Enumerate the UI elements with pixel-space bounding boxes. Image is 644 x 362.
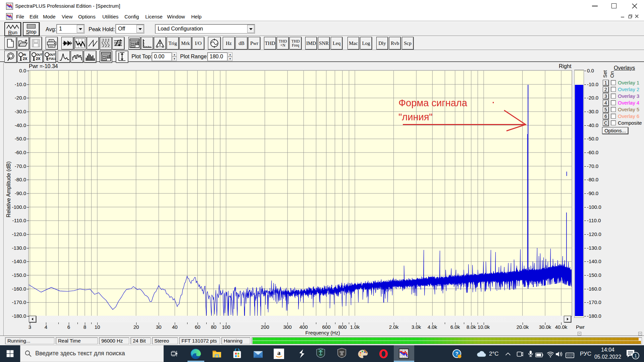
svg-text:"линия": "линия" <box>398 112 433 122</box>
svg-text:a: a <box>277 349 281 356</box>
svg-text:OUT: OUT <box>36 53 43 56</box>
svg-text:Set: Set <box>603 70 608 78</box>
svg-text:OUT: OUT <box>49 53 56 56</box>
svg-text:On: On <box>609 71 615 78</box>
svg-text:IN: IN <box>23 53 26 56</box>
svg-text:2X: 2X <box>36 57 41 61</box>
svg-text:Форма сигнала: Форма сигнала <box>398 98 468 108</box>
svg-text:FULL: FULL <box>49 57 56 60</box>
svg-text:2X: 2X <box>23 57 28 61</box>
svg-text:1: 1 <box>634 353 637 358</box>
